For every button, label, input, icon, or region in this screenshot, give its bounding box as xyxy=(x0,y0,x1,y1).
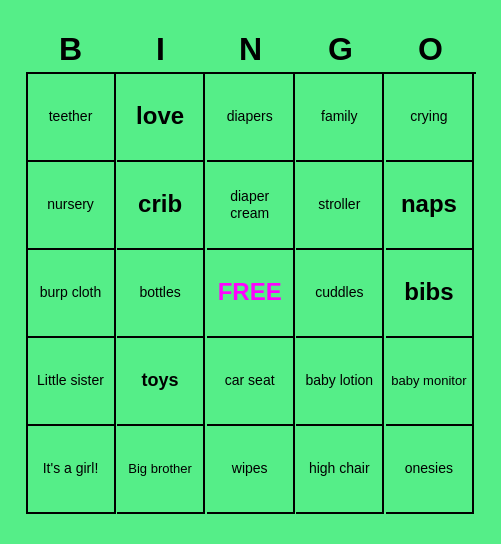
header-letter: O xyxy=(387,31,475,68)
bingo-cell: nursery xyxy=(28,162,116,250)
bingo-cell: stroller xyxy=(296,162,384,250)
bingo-cell: teether xyxy=(28,74,116,162)
bingo-cell: crib xyxy=(117,162,205,250)
bingo-header: BINGO xyxy=(26,31,476,68)
bingo-cell: bottles xyxy=(117,250,205,338)
bingo-cell: family xyxy=(296,74,384,162)
bingo-cell: wipes xyxy=(207,426,295,514)
bingo-cell: baby lotion xyxy=(296,338,384,426)
bingo-cell: car seat xyxy=(207,338,295,426)
bingo-cell: high chair xyxy=(296,426,384,514)
header-letter: B xyxy=(27,31,115,68)
bingo-grid: teetherlovediapersfamilycryingnurserycri… xyxy=(26,72,476,514)
bingo-cell: cuddles xyxy=(296,250,384,338)
header-letter: N xyxy=(207,31,295,68)
bingo-cell: Big brother xyxy=(117,426,205,514)
bingo-cell: bibs xyxy=(386,250,474,338)
bingo-cell: FREE xyxy=(207,250,295,338)
bingo-cell: Little sister xyxy=(28,338,116,426)
bingo-cell: diapers xyxy=(207,74,295,162)
bingo-cell: onesies xyxy=(386,426,474,514)
bingo-cell: crying xyxy=(386,74,474,162)
bingo-card: BINGO teetherlovediapersfamilycryingnurs… xyxy=(16,21,486,524)
bingo-cell: naps xyxy=(386,162,474,250)
header-letter: G xyxy=(297,31,385,68)
bingo-cell: It's a girl! xyxy=(28,426,116,514)
bingo-cell: burp cloth xyxy=(28,250,116,338)
bingo-cell: love xyxy=(117,74,205,162)
bingo-cell: diaper cream xyxy=(207,162,295,250)
bingo-cell: toys xyxy=(117,338,205,426)
bingo-cell: baby monitor xyxy=(386,338,474,426)
header-letter: I xyxy=(117,31,205,68)
